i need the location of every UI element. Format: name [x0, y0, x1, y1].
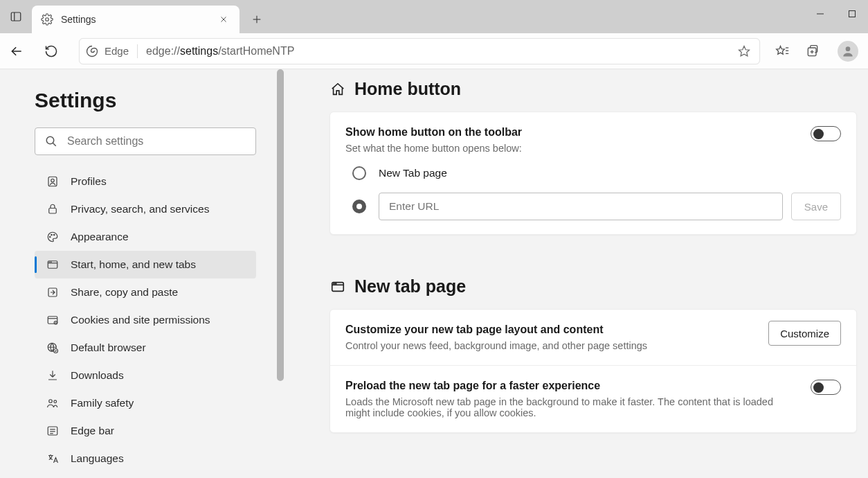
- search-settings[interactable]: [35, 127, 256, 155]
- nav-cookies[interactable]: Cookies and site permissions: [35, 306, 256, 334]
- tab-close-button[interactable]: [216, 12, 231, 27]
- nav-label: Default browser: [71, 342, 146, 354]
- svg-point-25: [51, 234, 53, 236]
- nav-family[interactable]: Family safety: [35, 389, 256, 417]
- show-home-sub: Set what the home button opens below:: [345, 143, 788, 154]
- svg-point-2: [46, 18, 49, 21]
- home-icon: [329, 81, 346, 98]
- svg-point-18: [846, 46, 851, 51]
- nav-share-copy[interactable]: Share, copy and paste: [35, 278, 256, 306]
- nav-default-browser[interactable]: Default browser: [35, 334, 256, 362]
- lock-icon: [44, 201, 61, 218]
- plus-icon: [251, 14, 262, 25]
- site-identity-label: Edge: [105, 45, 129, 57]
- star-list-icon: [775, 44, 789, 58]
- radio-newtab-label: New Tab page: [379, 167, 447, 179]
- search-input[interactable]: [67, 135, 247, 148]
- newtab-card: Customize your new tab page layout and c…: [329, 309, 857, 433]
- collections-icon: [806, 44, 820, 58]
- url-text: edge://settings/startHomeNTP: [146, 45, 294, 57]
- arrow-left-icon: [10, 44, 24, 58]
- site-identity-chip[interactable]: Edge: [85, 44, 138, 58]
- radio-url[interactable]: [352, 200, 366, 213]
- show-home-toggle[interactable]: [811, 126, 841, 141]
- search-icon: [44, 134, 59, 149]
- section-title: Home button: [354, 79, 461, 99]
- nav-downloads[interactable]: Downloads: [35, 362, 256, 389]
- nav-label: Start, home, and new tabs: [71, 258, 196, 271]
- customize-sub: Control your news feed, background image…: [345, 340, 788, 351]
- svg-rect-21: [48, 177, 57, 186]
- nav-label: Privacy, search, and services: [71, 203, 209, 215]
- nav-label: Appearance: [71, 231, 129, 243]
- svg-line-20: [53, 143, 56, 146]
- preload-toggle[interactable]: [811, 380, 841, 395]
- share-icon: [44, 284, 61, 301]
- section-title: New tab page: [354, 276, 466, 296]
- maximize-button[interactable]: [836, 0, 868, 28]
- palette-icon: [44, 229, 61, 245]
- nav-start-home[interactable]: Start, home, and new tabs: [35, 251, 256, 278]
- newtab-icon: [329, 278, 346, 295]
- nav-appearance[interactable]: Appearance: [35, 223, 256, 251]
- radio-newtab[interactable]: [352, 166, 366, 180]
- tab-actions-button[interactable]: [0, 0, 32, 33]
- svg-point-19: [46, 136, 54, 144]
- home-url-input[interactable]: [379, 193, 783, 220]
- home-button-card: Show home button on the toolbar Set what…: [329, 112, 857, 235]
- minimize-button[interactable]: [804, 0, 836, 28]
- window-controls: [804, 0, 868, 33]
- show-home-label: Show home button on the toolbar: [345, 126, 841, 139]
- preload-sub: Loads the Microsoft new tab page in the …: [345, 396, 788, 418]
- nav-label: Edge bar: [71, 425, 114, 437]
- collections-button[interactable]: [799, 37, 826, 65]
- toggle-knob: [813, 382, 824, 393]
- toggle-knob: [813, 129, 824, 139]
- svg-point-22: [51, 179, 55, 182]
- edge-logo-icon: [85, 44, 99, 58]
- news-icon: [44, 423, 61, 439]
- favorite-button[interactable]: [734, 42, 754, 61]
- sidebar-scrollbar[interactable]: [277, 69, 284, 381]
- svg-point-46: [336, 283, 336, 283]
- svg-marker-11: [777, 46, 785, 54]
- browser-tab[interactable]: Settings: [32, 6, 239, 33]
- svg-rect-0: [11, 12, 21, 21]
- svg-point-37: [49, 400, 53, 403]
- customize-button[interactable]: Customize: [768, 321, 841, 346]
- svg-point-29: [49, 262, 50, 263]
- reload-icon: [44, 44, 58, 58]
- nav-label: Cookies and site permissions: [71, 314, 210, 326]
- profile-button[interactable]: [838, 41, 858, 62]
- nav-edge-bar[interactable]: Edge bar: [35, 417, 256, 445]
- reload-button[interactable]: [37, 37, 65, 65]
- profile-icon: [44, 173, 61, 190]
- svg-point-24: [50, 236, 51, 238]
- back-button[interactable]: [3, 37, 30, 65]
- svg-point-45: [334, 283, 334, 283]
- section-home-header: Home button: [329, 79, 857, 99]
- content-area: Settings Profiles Privacy, search, and s…: [0, 69, 868, 478]
- nav-profiles[interactable]: Profiles: [35, 168, 256, 195]
- cookie-icon: [44, 312, 61, 328]
- address-bar[interactable]: Edge edge://settings/startHomeNTP: [79, 38, 760, 64]
- language-icon: [44, 450, 61, 467]
- star-plus-icon: [738, 45, 750, 57]
- new-tab-button[interactable]: [245, 8, 269, 31]
- nav-label: Share, copy and paste: [71, 286, 178, 299]
- save-button[interactable]: Save: [791, 193, 841, 220]
- nav-privacy[interactable]: Privacy, search, and services: [35, 195, 256, 223]
- tab-title: Settings: [61, 14, 216, 25]
- window-icon: [44, 256, 61, 273]
- svg-point-26: [54, 234, 55, 236]
- svg-rect-8: [849, 11, 856, 17]
- titlebar: Settings: [0, 0, 868, 33]
- svg-marker-10: [739, 46, 750, 55]
- nav-languages[interactable]: Languages: [35, 445, 256, 472]
- nav-label: Profiles: [71, 175, 107, 188]
- close-icon: [219, 15, 228, 24]
- favorites-button[interactable]: [768, 37, 796, 65]
- download-icon: [44, 367, 61, 384]
- globe-check-icon: [44, 339, 61, 356]
- nav-label: Family safety: [71, 397, 134, 409]
